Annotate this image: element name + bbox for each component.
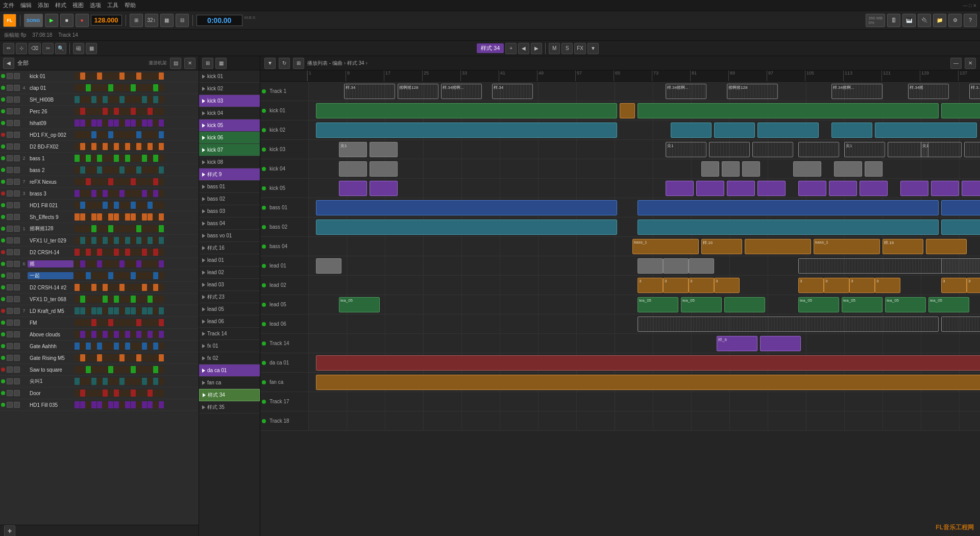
channel-name[interactable]: 尖叫1	[28, 378, 74, 385]
channel-row[interactable]: Door	[0, 387, 199, 399]
pad[interactable]	[114, 96, 119, 103]
pad[interactable]	[108, 401, 113, 408]
pad[interactable]	[159, 225, 164, 232]
pad[interactable]	[103, 225, 108, 232]
pattern-block[interactable]	[875, 123, 977, 138]
pad[interactable]	[97, 119, 102, 127]
pad[interactable]	[80, 319, 85, 326]
pad[interactable]	[75, 84, 80, 91]
pattern-block[interactable]: 摇啊摇128	[727, 84, 778, 99]
pad[interactable]	[91, 84, 96, 91]
pattern-block[interactable]	[757, 123, 819, 138]
pad[interactable]	[153, 166, 158, 174]
pad[interactable]	[131, 319, 136, 326]
track-content[interactable]: 样.34摇啊摇128样.34摇啊...样.34样.34摇啊...摇啊摇128样.…	[308, 82, 980, 101]
pad[interactable]	[142, 108, 147, 115]
pattern-item[interactable]: kick 06	[199, 132, 260, 144]
channel-solo-btn[interactable]	[14, 167, 20, 173]
pad[interactable]	[159, 307, 164, 314]
help-icon-btn[interactable]: ?	[964, 14, 977, 27]
track-content[interactable]	[308, 353, 980, 372]
pattern-block[interactable]: 样.16	[883, 239, 923, 254]
channel-mute-btn[interactable]	[7, 214, 13, 220]
pad[interactable]	[80, 166, 85, 174]
solo-btn[interactable]: S	[561, 43, 573, 54]
channel-mute-btn[interactable]	[7, 320, 13, 326]
pad[interactable]	[148, 249, 153, 256]
pad[interactable]	[108, 108, 113, 115]
piano-btn[interactable]: 🎹	[902, 14, 916, 27]
pad[interactable]	[136, 155, 141, 162]
grid-btn[interactable]: ▦	[86, 43, 97, 54]
song-mode-btn[interactable]: SONG	[24, 14, 43, 27]
pattern-grid-btn[interactable]: ▦	[215, 58, 227, 69]
channel-led[interactable]	[1, 215, 5, 219]
pad[interactable]	[131, 343, 136, 350]
pattern-block[interactable]	[638, 258, 663, 274]
song-collapse-btn[interactable]: ▼	[264, 58, 276, 69]
pad[interactable]	[136, 284, 141, 291]
pattern-item[interactable]: bass 01	[199, 181, 260, 193]
pad[interactable]	[103, 366, 108, 373]
pad[interactable]	[136, 354, 141, 361]
channel-name[interactable]: kick 01	[28, 74, 74, 79]
pad[interactable]	[108, 213, 113, 221]
pattern-block[interactable]	[860, 181, 888, 196]
pad[interactable]	[86, 249, 91, 256]
channel-solo-btn[interactable]	[14, 320, 20, 326]
pattern-item[interactable]: lead 01	[199, 254, 260, 266]
pad[interactable]	[136, 213, 141, 221]
pattern-block[interactable]: bass_1	[814, 239, 880, 254]
select-tool[interactable]: ⊹	[16, 43, 27, 54]
pad[interactable]	[119, 178, 125, 185]
pad[interactable]	[75, 96, 80, 103]
pad[interactable]	[125, 155, 130, 162]
pad[interactable]	[159, 366, 164, 373]
pad[interactable]	[91, 272, 96, 279]
pad[interactable]	[125, 319, 130, 326]
channel-solo-btn[interactable]	[14, 108, 20, 114]
fx-btn[interactable]: FX	[574, 43, 586, 54]
pad[interactable]	[131, 108, 136, 115]
pattern-block[interactable]	[316, 258, 341, 274]
pad[interactable]	[86, 354, 91, 361]
pattern-item[interactable]: bass 03	[199, 205, 260, 217]
pattern-block[interactable]	[798, 181, 826, 196]
track-led[interactable]	[262, 400, 266, 404]
pad[interactable]	[119, 143, 125, 150]
pad[interactable]	[86, 401, 91, 408]
pad[interactable]	[153, 366, 158, 373]
channel-led[interactable]	[1, 238, 5, 242]
pad[interactable]	[159, 284, 164, 291]
track-content[interactable]	[308, 314, 980, 333]
pad[interactable]	[75, 166, 80, 174]
pad[interactable]	[142, 331, 147, 338]
pad[interactable]	[91, 401, 96, 408]
channel-name[interactable]: reFX Nexus	[28, 179, 74, 185]
pad[interactable]	[119, 260, 125, 267]
slice-tool[interactable]: ✂	[42, 43, 54, 54]
pad[interactable]	[136, 84, 141, 91]
pad[interactable]	[91, 143, 96, 150]
pad[interactable]	[131, 119, 136, 127]
pad[interactable]	[148, 331, 153, 338]
pad[interactable]	[148, 213, 153, 221]
pad[interactable]	[103, 272, 108, 279]
channel-mute-btn[interactable]	[7, 190, 13, 197]
pad[interactable]	[97, 84, 102, 91]
pad[interactable]	[103, 343, 108, 350]
pad[interactable]	[142, 319, 147, 326]
pad[interactable]	[80, 389, 85, 397]
pad[interactable]	[159, 72, 164, 80]
channel-mute-btn[interactable]	[7, 355, 13, 361]
pad[interactable]	[114, 119, 119, 127]
channel-row[interactable]: D2 CRSH-14	[0, 247, 199, 258]
pad[interactable]	[136, 249, 141, 256]
pad[interactable]	[148, 190, 153, 197]
pad[interactable]	[153, 378, 158, 385]
channel-mute-btn[interactable]	[7, 367, 13, 373]
pad[interactable]	[119, 213, 125, 221]
channel-mute-btn[interactable]	[7, 273, 13, 279]
channel-solo-btn[interactable]	[14, 249, 20, 255]
pad[interactable]	[148, 119, 153, 127]
